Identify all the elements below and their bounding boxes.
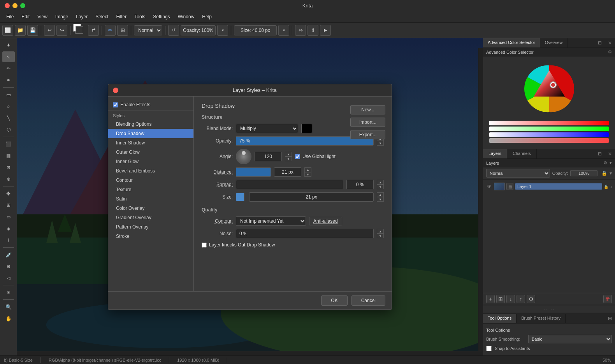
tool-crop[interactable]: ⊞ <box>2 200 15 211</box>
tool-freehand[interactable]: ✏ <box>2 63 15 74</box>
minimize-button[interactable] <box>12 3 18 8</box>
tool-calligraphy[interactable]: ✒ <box>2 75 15 86</box>
opacity-spin-down[interactable]: ▼ <box>377 141 384 146</box>
canvas-area[interactable]: flat8.jpg (15,9 MiB) ✕ <box>17 38 483 355</box>
color-bar-h[interactable] <box>489 138 609 143</box>
noise-slider[interactable]: 0 % <box>236 229 374 238</box>
style-item-stroke[interactable]: Stroke <box>108 232 193 241</box>
tool-zoom[interactable]: 🔍 <box>2 301 15 312</box>
menu-window[interactable]: Window <box>175 12 198 21</box>
dialog-cancel-button[interactable]: Cancel <box>351 295 385 306</box>
mirror-v-button[interactable]: ⇕ <box>308 25 318 36</box>
tool-multibrush[interactable]: ✳ <box>2 287 15 298</box>
layer-lock-icon[interactable]: 🔒 <box>601 171 607 176</box>
angle-spin-up[interactable]: ▲ <box>285 152 292 157</box>
global-light-checkbox[interactable] <box>295 154 300 159</box>
style-item-blending[interactable]: Blending Options <box>108 120 193 129</box>
anti-aliased-button[interactable]: Anti-aliased <box>309 217 342 225</box>
dialog-close-button[interactable] <box>113 88 118 93</box>
distance-spin-up[interactable]: ▲ <box>304 167 311 172</box>
tool-fill[interactable]: ⬛ <box>2 139 15 149</box>
style-item-outer-glow[interactable]: Outer Glow <box>108 148 193 157</box>
open-button[interactable]: 📁 <box>15 25 26 36</box>
noise-spin-down[interactable]: ▼ <box>377 234 384 238</box>
tab-brush-preset-history[interactable]: Brush Preset History <box>517 314 566 323</box>
color-bar-r[interactable] <box>489 121 609 125</box>
background-color[interactable] <box>76 26 83 34</box>
size-input[interactable]: 21 px <box>249 192 374 202</box>
redo-button[interactable]: ↪ <box>56 25 67 36</box>
style-item-contour[interactable]: Contour <box>108 176 193 185</box>
layer-options-icon[interactable]: ▾ <box>610 171 612 176</box>
dialog-ok-button[interactable]: OK <box>321 295 347 306</box>
spread-input[interactable]: 0 % <box>346 180 374 189</box>
tool-clone[interactable]: ⊕ <box>2 174 15 185</box>
layers-options-icon[interactable]: ▾ <box>610 160 612 165</box>
tool-smart-patch[interactable]: ⊡ <box>2 162 15 173</box>
tool-transform[interactable]: ✦ <box>2 40 15 51</box>
tool-gradient[interactable]: ▦ <box>2 150 15 161</box>
move-layer-up-button[interactable]: ↑ <box>517 295 525 303</box>
spread-spin-up[interactable]: ▲ <box>377 180 384 185</box>
menu-select[interactable]: Select <box>92 12 111 21</box>
close-button[interactable] <box>5 3 10 8</box>
tool-move[interactable]: ✥ <box>2 188 15 199</box>
save-button[interactable]: 💾 <box>27 25 38 36</box>
layer-visibility-eye[interactable]: 👁 <box>486 183 492 190</box>
menu-file[interactable]: File <box>3 12 17 21</box>
distance-slider[interactable] <box>236 167 271 177</box>
style-item-bevel-emboss[interactable]: Bevel and Emboss <box>108 166 193 176</box>
layer-row[interactable]: 👁 ▤ Layer 1 🔒 α <box>485 181 613 192</box>
style-item-pattern-overlay[interactable]: Pattern Overlay <box>108 222 193 232</box>
size-options-button[interactable]: ▾ <box>278 25 289 36</box>
menu-tools[interactable]: Tools <box>131 12 148 21</box>
brush-smoothing-select[interactable]: Basic <box>528 335 612 343</box>
delete-layer-button[interactable]: 🗑 <box>603 295 612 303</box>
noise-spin-up[interactable]: ▲ <box>377 229 384 234</box>
color-bar-b[interactable] <box>489 132 609 137</box>
tool-path-select[interactable]: ◁ <box>2 273 15 283</box>
layers-close-button[interactable]: ✕ <box>605 149 615 158</box>
color-selector[interactable] <box>73 24 86 37</box>
add-layer-button[interactable]: + <box>486 295 495 303</box>
tab-channels[interactable]: Channels <box>507 149 536 158</box>
size-spin-up[interactable]: ▲ <box>377 192 384 197</box>
style-item-color-overlay[interactable]: Color Overlay <box>108 204 193 213</box>
distance-spin-down[interactable]: ▼ <box>304 172 311 177</box>
brush-tool-button[interactable]: ✏ <box>105 25 116 36</box>
to-float-button[interactable]: ⊟ <box>605 314 615 323</box>
enable-effects-checkbox[interactable] <box>113 102 118 107</box>
import-style-button[interactable]: Import... <box>350 118 385 127</box>
layer-blend-select[interactable]: Normal <box>486 169 550 178</box>
style-item-gradient-overlay[interactable]: Gradient Overlay <box>108 213 193 222</box>
size-spin-down[interactable]: ▼ <box>377 197 384 202</box>
color-settings-icon[interactable]: ⚙ <box>608 49 612 55</box>
more-button[interactable]: ▶ <box>320 25 331 36</box>
layers-settings-icon[interactable]: ⚙ <box>603 160 607 165</box>
layer-lock-state-icon[interactable]: 🔒 <box>604 185 608 189</box>
layer-knocks-checkbox[interactable] <box>202 243 207 248</box>
contour-select[interactable]: Not Implemented Yet <box>236 216 306 226</box>
reset-button[interactable]: ↺ <box>168 25 179 36</box>
tool-paint[interactable]: ↖ <box>2 51 15 62</box>
tab-advanced-color-selector[interactable]: Advanced Color Selector <box>483 38 540 47</box>
color-wheel-svg[interactable] <box>524 63 575 114</box>
layers-float-button[interactable]: ⊟ <box>595 149 605 158</box>
opacity-options-button[interactable]: ▾ <box>217 25 228 36</box>
menu-settings[interactable]: Settings <box>150 12 173 21</box>
tool-eyedropper[interactable]: 💉 <box>2 249 15 260</box>
maximize-button[interactable] <box>20 3 25 8</box>
style-item-satin[interactable]: Satin <box>108 194 193 204</box>
style-item-texture[interactable]: Texture <box>108 185 193 194</box>
tab-overview[interactable]: Overview <box>540 38 568 47</box>
mirror-h-button[interactable]: ⇔ <box>295 25 306 36</box>
menu-help[interactable]: Help <box>199 12 215 21</box>
swap-colors-button[interactable]: ⇄ <box>88 25 99 36</box>
spread-spin-down[interactable]: ▼ <box>377 185 384 189</box>
blend-mode-form-select[interactable]: Multiply <box>236 124 298 133</box>
menu-view[interactable]: View <box>34 12 51 21</box>
tool-select-freehand[interactable]: ⌇ <box>2 235 15 246</box>
spread-slider[interactable] <box>236 180 343 189</box>
grid-button[interactable]: ⊞ <box>117 25 128 36</box>
tool-ellipse[interactable]: ○ <box>2 101 15 112</box>
